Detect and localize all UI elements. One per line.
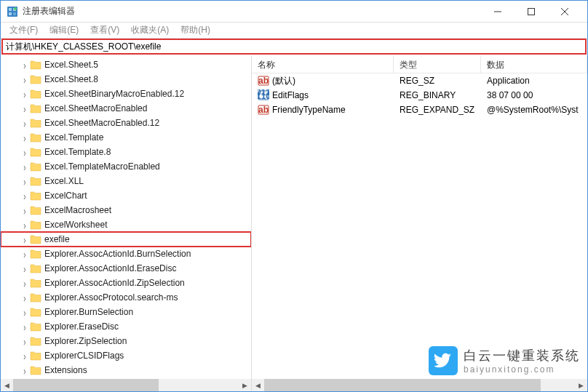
- tree-item[interactable]: ›Explorer.BurnSelection: [1, 305, 251, 319]
- expand-icon[interactable]: ›: [20, 277, 29, 289]
- scroll-track[interactable]: [264, 379, 575, 391]
- folder-icon: [30, 365, 41, 375]
- tree-item-label: Explorer.AssocActionId.BurnSelection: [44, 249, 191, 259]
- tree-item-label: Excel.TemplateMacroEnabled: [44, 161, 160, 172]
- folder-icon: [30, 176, 41, 186]
- expand-icon[interactable]: ›: [20, 103, 29, 115]
- expand-icon[interactable]: ›: [20, 161, 29, 173]
- expand-icon[interactable]: ›: [20, 233, 29, 246]
- tree-item[interactable]: ›Excel.SheetMacroEnabled: [1, 101, 251, 116]
- tree-item[interactable]: ›ExcelChart: [1, 188, 251, 203]
- menu-favorites[interactable]: 收藏夹(A): [125, 23, 175, 38]
- list-header: 名称 类型 数据: [252, 56, 587, 73]
- address-bar: [1, 39, 587, 55]
- column-type[interactable]: 类型: [394, 56, 481, 73]
- menu-help[interactable]: 帮助(H): [175, 23, 216, 38]
- scroll-left-button[interactable]: ◀: [1, 379, 13, 391]
- folder-icon: [30, 89, 41, 99]
- expand-icon[interactable]: ›: [20, 190, 29, 202]
- tree-item[interactable]: ›ExcelWorksheet: [1, 217, 251, 232]
- tree-item-label: ExcelWorksheet: [44, 220, 107, 230]
- svg-rect-7: [528, 8, 535, 15]
- menu-file[interactable]: 文件(F): [4, 23, 44, 38]
- expand-icon[interactable]: ›: [20, 175, 29, 188]
- value-list[interactable]: ab(默认)REG_SZApplication011110EditFlagsRE…: [252, 73, 587, 117]
- expand-icon[interactable]: ›: [20, 132, 29, 144]
- tree-item[interactable]: ›exefile: [1, 232, 251, 247]
- tree-item[interactable]: ›Excel.XLL: [1, 174, 251, 188]
- svg-text:ab: ab: [258, 105, 269, 115]
- expand-icon[interactable]: ›: [20, 59, 29, 71]
- expand-icon[interactable]: ›: [20, 219, 29, 231]
- value-type: REG_EXPAND_SZ: [394, 103, 481, 116]
- tree-item[interactable]: ›Excel.SheetMacroEnabled.12: [1, 116, 251, 130]
- scroll-thumb[interactable]: [13, 379, 159, 391]
- tree-item[interactable]: ›Excel.SheetBinaryMacroEnabled.12: [1, 87, 251, 101]
- tree-item[interactable]: ›Excel.Template: [1, 130, 251, 145]
- string-value-icon: ab: [258, 104, 269, 116]
- tree-item[interactable]: ›Explorer.ZipSelection: [1, 334, 251, 348]
- scroll-thumb[interactable]: [264, 379, 541, 391]
- tree-item[interactable]: ›Explorer.AssocActionId.EraseDisc: [1, 261, 251, 276]
- list-row[interactable]: ab(默认)REG_SZApplication: [252, 73, 587, 88]
- tree-item-label: ExcelMacrosheet: [44, 205, 111, 215]
- tree-item[interactable]: ›Excel.Sheet.8: [1, 72, 251, 87]
- expand-icon[interactable]: ›: [20, 364, 29, 377]
- registry-tree[interactable]: ›Excel.Sheet.5›Excel.Sheet.8›Excel.Sheet…: [1, 56, 251, 379]
- maximize-button[interactable]: [514, 1, 548, 23]
- tree-item[interactable]: ›Excel.Template.8: [1, 145, 251, 159]
- tree-item-label: Excel.XLL: [44, 176, 84, 186]
- expand-icon[interactable]: ›: [20, 73, 29, 86]
- expand-icon[interactable]: ›: [20, 146, 29, 159]
- tree-item[interactable]: ›Explorer.AssocProtocol.search-ms: [1, 290, 251, 305]
- folder-icon: [30, 263, 41, 273]
- expand-icon[interactable]: ›: [20, 88, 29, 100]
- expand-icon[interactable]: ›: [20, 204, 29, 217]
- tree-item[interactable]: ›Excel.Sheet.5: [1, 57, 251, 72]
- svg-rect-1: [9, 8, 12, 11]
- folder-icon: [30, 103, 41, 113]
- value-data: @%SystemRoot%\Syst: [481, 103, 587, 116]
- expand-icon[interactable]: ›: [20, 306, 29, 319]
- folder-icon: [30, 132, 41, 143]
- list-row[interactable]: 011110EditFlagsREG_BINARY38 07 00 00: [252, 88, 587, 103]
- tree-item-label: Excel.Sheet.8: [44, 74, 98, 84]
- scroll-track[interactable]: [13, 379, 239, 391]
- folder-icon: [30, 220, 41, 230]
- tree-item[interactable]: ›Explorer.EraseDisc: [1, 319, 251, 334]
- address-input[interactable]: [6, 41, 582, 52]
- expand-icon[interactable]: ›: [20, 117, 29, 129]
- list-horizontal-scrollbar[interactable]: ◀ ▶: [252, 379, 587, 391]
- tree-item[interactable]: ›Explorer.AssocActionId.BurnSelection: [1, 247, 251, 261]
- tree-item[interactable]: ›Excel.TemplateMacroEnabled: [1, 159, 251, 174]
- menu-view[interactable]: 查看(V): [84, 23, 125, 38]
- column-name[interactable]: 名称: [252, 56, 394, 73]
- value-type: REG_SZ: [394, 74, 481, 87]
- scroll-left-button[interactable]: ◀: [252, 379, 264, 391]
- expand-icon[interactable]: ›: [20, 321, 29, 333]
- list-pane: 名称 类型 数据 ab(默认)REG_SZApplication011110Ed…: [252, 56, 587, 391]
- tree-item[interactable]: ›ExplorerCLSIDFlags: [1, 348, 251, 363]
- expand-icon[interactable]: ›: [20, 292, 29, 304]
- tree-item[interactable]: ›ExcelMacrosheet: [1, 203, 251, 217]
- expand-icon[interactable]: ›: [20, 335, 29, 348]
- tree-horizontal-scrollbar[interactable]: ◀ ▶: [1, 379, 251, 391]
- folder-icon: [30, 74, 41, 84]
- expand-icon[interactable]: ›: [20, 263, 29, 275]
- minimize-button[interactable]: [481, 1, 514, 23]
- scroll-right-button[interactable]: ▶: [575, 379, 587, 391]
- tree-item[interactable]: ›Extensions: [1, 363, 251, 377]
- expand-icon[interactable]: ›: [20, 350, 29, 362]
- expand-icon[interactable]: ›: [20, 248, 29, 260]
- scroll-right-button[interactable]: ▶: [239, 379, 251, 391]
- folder-icon: [30, 351, 41, 361]
- menu-edit[interactable]: 编辑(E): [44, 23, 84, 38]
- folder-icon: [30, 321, 41, 332]
- column-data[interactable]: 数据: [481, 56, 587, 73]
- folder-icon: [30, 191, 41, 201]
- list-row[interactable]: abFriendlyTypeNameREG_EXPAND_SZ@%SystemR…: [252, 103, 587, 117]
- tree-item[interactable]: ›Explorer.AssocActionId.ZipSelection: [1, 276, 251, 290]
- svg-rect-3: [9, 12, 12, 15]
- svg-point-5: [14, 7, 17, 10]
- close-button[interactable]: [548, 1, 581, 23]
